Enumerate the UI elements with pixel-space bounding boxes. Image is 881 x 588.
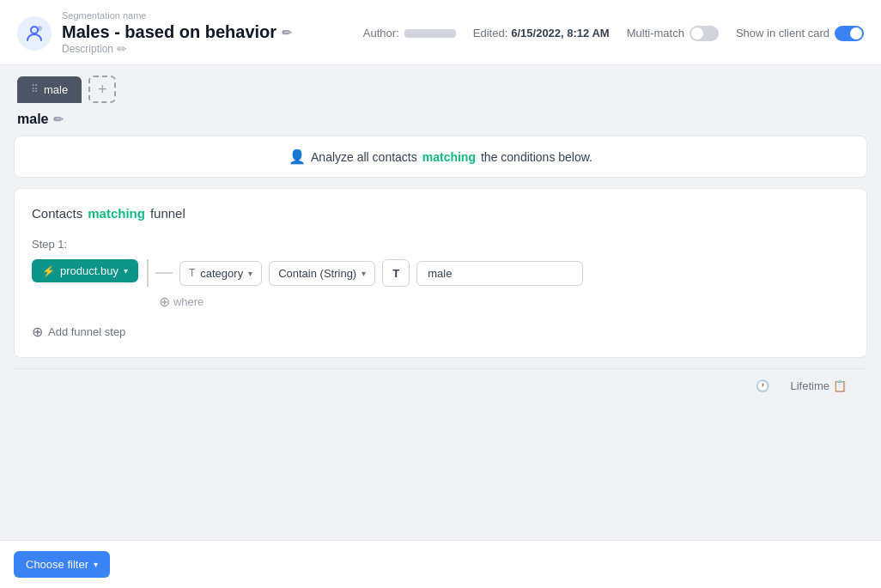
bottom-toolbar: 🕐 Lifetime 📋 <box>14 368 867 403</box>
title-edit-icon[interactable]: ✏ <box>282 26 292 39</box>
lifetime-label: Lifetime <box>790 379 829 392</box>
svg-point-0 <box>31 27 38 33</box>
where-button[interactable]: ⊕ where <box>159 294 583 310</box>
svg-point-1 <box>37 26 42 31</box>
filter-row: T category ▾ Contain (String) ▾ T <box>179 259 583 287</box>
connector-vertical <box>147 259 149 287</box>
connector-horizontal <box>155 272 173 274</box>
multi-match-block: Multi-match <box>627 26 719 41</box>
lifetime-button[interactable]: Lifetime 📋 <box>783 376 854 396</box>
footer-bar: Choose filter ▾ <box>0 540 881 588</box>
calendar-icon: 📋 <box>833 379 847 392</box>
analyze-matching: matching <box>422 150 476 164</box>
tab-bar: ⠿ male + <box>0 65 881 103</box>
category-chevron-icon: ▾ <box>248 269 252 278</box>
type-icon-button[interactable]: T <box>382 259 410 287</box>
filter-row-wrapper: T category ▾ Contain (String) ▾ T <box>147 259 583 287</box>
event-label: product.buy <box>60 264 118 277</box>
drag-icon: ⠿ <box>31 83 39 95</box>
segmentation-label: Segmentation name <box>62 10 353 21</box>
multi-match-toggle[interactable] <box>690 26 719 41</box>
show-client-card-block: Show in client card <box>736 26 864 41</box>
funnel-matching: matching <box>88 206 145 221</box>
funnel-header: Contacts matching funnel <box>32 206 849 221</box>
connector-block: T category ▾ Contain (String) ▾ T <box>147 259 583 310</box>
condition-chevron-icon: ▾ <box>362 269 366 278</box>
where-plus-icon: ⊕ <box>159 294 170 310</box>
segment-name-edit-icon[interactable]: ✏ <box>53 112 64 126</box>
category-dropdown[interactable]: T category ▾ <box>179 261 262 286</box>
add-funnel-step-button[interactable]: ⊕ Add funnel step <box>32 324 849 340</box>
author-avatar <box>404 29 456 38</box>
step-row: ⚡ product.buy ▾ T category ▾ <box>32 259 849 310</box>
value-input[interactable] <box>416 261 583 286</box>
segmentation-name: Males - based on behavior ✏ <box>62 22 353 42</box>
analyze-bar: 👤 Analyze all contacts matching the cond… <box>14 136 867 178</box>
history-button[interactable]: 🕐 <box>749 376 776 396</box>
type-icon: T <box>392 267 399 280</box>
history-icon: 🕐 <box>756 379 769 392</box>
header: Segmentation name Males - based on behav… <box>0 0 881 65</box>
title-block: Segmentation name Males - based on behav… <box>62 10 353 56</box>
field-type-icon: T <box>189 267 195 279</box>
tab-male[interactable]: ⠿ male <box>17 76 82 103</box>
main-content: 👤 Analyze all contacts matching the cond… <box>0 136 881 416</box>
funnel-card: Contacts matching funnel Step 1: ⚡ produ… <box>14 188 867 358</box>
choose-filter-label: Choose filter <box>26 558 88 571</box>
description-edit-icon[interactable]: ✏ <box>117 42 127 56</box>
add-step-plus-icon: ⊕ <box>32 324 43 340</box>
choose-filter-chevron-icon: ▾ <box>94 560 98 569</box>
choose-filter-button[interactable]: Choose filter ▾ <box>14 551 110 578</box>
segment-name-text: male <box>17 112 48 127</box>
description-link[interactable]: Description ✏ <box>62 42 353 56</box>
step-label: Step 1: <box>32 238 849 251</box>
header-meta: Author: Edited: 6/15/2022, 8:12 AM Multi… <box>363 26 864 41</box>
event-badge[interactable]: ⚡ product.buy ▾ <box>32 259 138 282</box>
analyze-text-before: Analyze all contacts <box>311 150 417 164</box>
condition-dropdown[interactable]: Contain (String) ▾ <box>269 261 375 286</box>
author-block: Author: <box>363 27 456 39</box>
tab-label: male <box>44 83 68 96</box>
logo-icon <box>17 16 52 51</box>
edited-block: Edited: 6/15/2022, 8:12 AM <box>473 27 610 39</box>
segment-name-bar: male ✏ <box>0 103 881 136</box>
analyze-text-after: the conditions below. <box>481 150 592 164</box>
event-chevron-icon: ▾ <box>124 266 128 276</box>
event-icon: ⚡ <box>42 265 55 277</box>
show-client-card-toggle[interactable] <box>835 26 864 41</box>
person-icon: 👤 <box>289 149 306 165</box>
tab-add-button[interactable]: + <box>88 76 116 103</box>
edited-date: 6/15/2022, 8:12 AM <box>511 27 609 39</box>
